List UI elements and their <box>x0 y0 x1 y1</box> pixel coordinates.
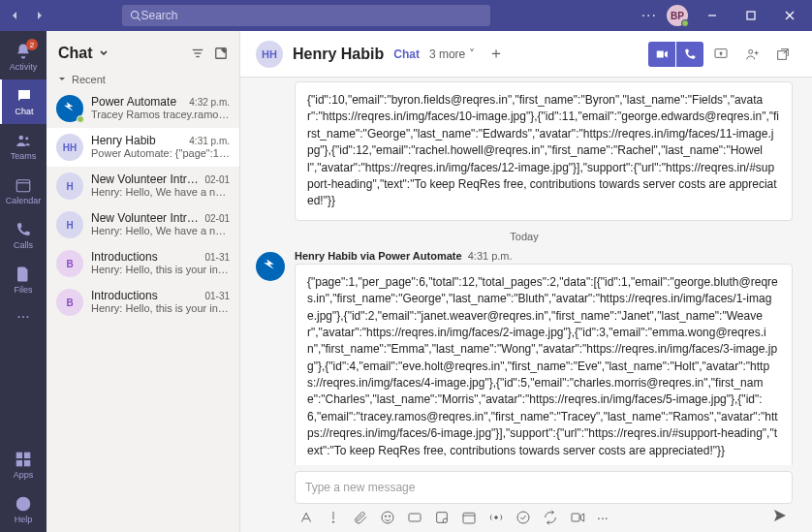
chat-time: 02-01 <box>204 213 230 224</box>
attach-icon[interactable] <box>353 510 368 525</box>
rail-files[interactable]: Files <box>0 258 47 302</box>
conversation-header: HH Henry Habib Chat 3 more ˅ ＋ <box>240 31 812 78</box>
minimize-button[interactable] <box>698 11 727 20</box>
svg-rect-13 <box>25 461 30 466</box>
chat-list-pane: Chat Recent Power Automate4:32 p.m. Trac… <box>47 31 240 532</box>
stream-icon[interactable] <box>488 510 504 525</box>
search-input[interactable] <box>141 9 482 22</box>
rail-help[interactable]: Help <box>0 487 47 532</box>
svg-point-21 <box>749 49 753 53</box>
svg-rect-12 <box>16 461 21 466</box>
sticker-icon[interactable] <box>434 510 450 525</box>
popout-icon[interactable] <box>769 42 796 67</box>
rail-more[interactable]: ··· <box>0 302 47 331</box>
compose-box[interactable] <box>295 471 793 504</box>
message-sender: Henry Habib via Power Automate 4:31 p.m. <box>295 250 793 262</box>
screen-share-icon[interactable] <box>707 42 734 67</box>
rail-activity[interactable]: Activity 2 <box>0 35 47 79</box>
add-tab-button[interactable]: ＋ <box>484 43 508 66</box>
svg-point-15 <box>22 507 23 508</box>
svg-point-28 <box>385 516 386 516</box>
chat-time: 02-01 <box>204 174 230 185</box>
chat-time: 01-31 <box>204 252 230 263</box>
rail-label: Calls <box>14 240 33 250</box>
chat-row[interactable]: Power Automate4:32 p.m. Tracey Ramos tra… <box>47 89 239 128</box>
more-menu[interactable]: ··· <box>641 7 657 24</box>
chat-list-title: Chat <box>58 45 93 62</box>
chat-avatar: HH <box>56 134 83 161</box>
conversation-title: Henry Habib <box>293 46 384 63</box>
svg-point-0 <box>131 12 138 18</box>
svg-point-27 <box>382 512 393 523</box>
forward-arrow[interactable] <box>31 8 47 23</box>
close-button[interactable] <box>775 11 804 20</box>
maximize-button[interactable] <box>736 11 765 20</box>
rail-apps[interactable]: Apps <box>0 443 47 487</box>
rail-label: Help <box>15 515 33 524</box>
chat-avatar <box>56 95 83 122</box>
chat-preview: Henry: Hello, this is your introdu… <box>91 302 230 314</box>
search-box[interactable] <box>122 5 490 26</box>
tab-more[interactable]: 3 more ˅ <box>429 47 475 61</box>
message-list[interactable]: {"id":10,"email":"byron.fields@reqres.in… <box>240 78 812 465</box>
video-clip-icon[interactable] <box>570 510 585 525</box>
chat-name: Power Automate <box>91 95 176 109</box>
svg-rect-32 <box>463 513 475 523</box>
schedule-icon[interactable] <box>461 510 477 525</box>
chat-preview: Tracey Ramos tracey.ramos@… <box>91 109 230 120</box>
titlebar: ··· BP <box>0 0 812 31</box>
new-chat-icon[interactable] <box>214 47 228 60</box>
chat-row[interactable]: H New Volunteer Introduct…02-01 Henry: H… <box>47 205 239 244</box>
chat-row[interactable]: HH Henry Habib4:31 p.m. Power Automate: … <box>47 128 239 167</box>
chevron-down-icon[interactable] <box>99 48 109 58</box>
presence-indicator <box>681 19 689 27</box>
rail-teams[interactable]: Teams <box>0 124 47 169</box>
svg-rect-11 <box>25 453 30 457</box>
compose-more-icon[interactable]: ··· <box>597 510 609 525</box>
video-call-button[interactable] <box>648 42 675 67</box>
loop-icon[interactable] <box>543 510 558 525</box>
chat-name: Introductions <box>91 250 158 264</box>
message-card: {"id":10,"email":"byron.fields@reqres.in… <box>295 81 793 221</box>
rail-calendar[interactable]: Calendar <box>0 169 47 213</box>
chat-name: New Volunteer Introduct… <box>91 211 201 225</box>
approve-icon[interactable] <box>515 510 531 525</box>
send-button[interactable] <box>771 508 789 526</box>
svg-point-6 <box>19 136 24 141</box>
format-icon[interactable] <box>298 510 314 525</box>
priority-icon[interactable] <box>326 510 341 525</box>
rail-label: Apps <box>14 470 34 480</box>
audio-call-button[interactable] <box>676 42 703 67</box>
svg-point-29 <box>389 516 390 516</box>
chat-avatar: B <box>56 289 83 316</box>
chat-avatar: H <box>56 211 83 238</box>
rail-label: Calendar <box>6 196 42 205</box>
svg-point-34 <box>495 516 498 518</box>
chevron-down-icon: ˅ <box>469 47 475 61</box>
rail-calls[interactable]: Calls <box>0 213 47 258</box>
back-arrow[interactable] <box>8 8 23 23</box>
rail-label: Activity <box>10 62 38 72</box>
tab-chat[interactable]: Chat <box>393 47 420 61</box>
chat-row[interactable]: B Introductions01-31 Henry: Hello, this … <box>47 283 239 322</box>
gif-icon[interactable] <box>407 510 422 525</box>
add-people-icon[interactable] <box>738 42 765 67</box>
svg-rect-10 <box>16 453 21 457</box>
chat-name: Henry Habib <box>91 134 156 147</box>
compose-input[interactable] <box>305 481 782 494</box>
chat-row[interactable]: H New Volunteer Introduct…02-01 Henry: H… <box>47 167 239 205</box>
chat-time: 01-31 <box>204 291 230 301</box>
rail-label: Teams <box>11 151 37 161</box>
section-label: Recent <box>72 74 106 85</box>
chat-avatar: H <box>56 172 83 200</box>
chat-row[interactable]: B Introductions01-31 Henry: Hello, this … <box>47 244 239 283</box>
chat-avatar: B <box>56 250 83 277</box>
svg-point-35 <box>517 512 529 523</box>
filter-icon[interactable] <box>191 47 204 60</box>
emoji-icon[interactable] <box>380 510 395 525</box>
activity-badge: 2 <box>26 39 38 50</box>
svg-point-26 <box>332 521 333 522</box>
rail-chat[interactable]: Chat <box>0 79 47 124</box>
chat-section-recent[interactable]: Recent <box>47 70 239 89</box>
user-avatar[interactable]: BP <box>667 5 688 26</box>
